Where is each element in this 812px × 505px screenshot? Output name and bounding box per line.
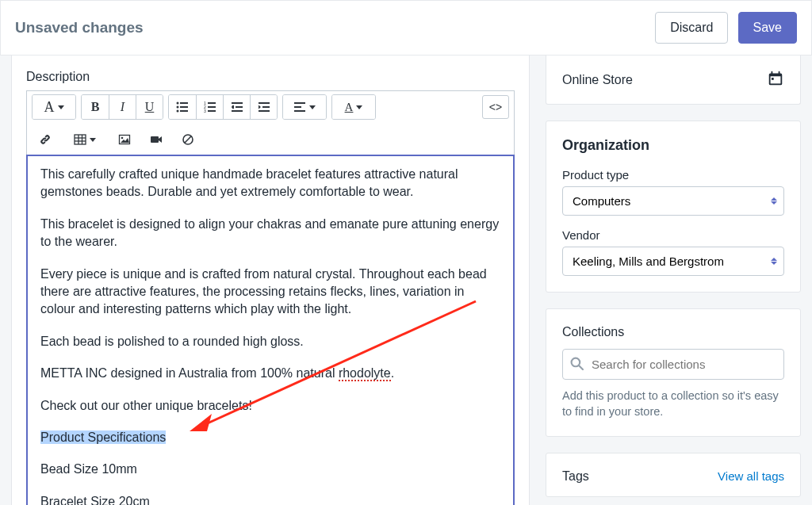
view-all-tags-link[interactable]: View all tags xyxy=(718,469,784,483)
svg-line-46 xyxy=(579,365,583,369)
svg-rect-33 xyxy=(151,136,159,143)
italic-button[interactable]: I xyxy=(109,95,136,119)
rich-text-toolbar: A B I U 123 A xyxy=(26,90,515,155)
paragraph: Every piece is unique and is crafted fro… xyxy=(40,266,500,319)
svg-rect-7 xyxy=(208,102,216,104)
description-label: Description xyxy=(26,70,515,84)
svg-rect-41 xyxy=(772,71,773,75)
svg-rect-13 xyxy=(236,106,243,108)
paragraph: Product Specifications xyxy=(40,429,500,446)
svg-rect-24 xyxy=(294,110,305,112)
svg-rect-18 xyxy=(259,102,270,104)
organization-heading: Organization xyxy=(562,137,784,154)
outdent-button[interactable] xyxy=(223,95,250,119)
paragraph: Bracelet Size 20cm xyxy=(40,493,500,505)
svg-line-36 xyxy=(185,136,191,143)
collections-card: Collections Add this product to a collec… xyxy=(546,308,801,437)
bold-button[interactable]: B xyxy=(82,95,109,119)
organization-card: Organization Product type Vendor xyxy=(546,121,801,293)
paragraph: This carefully crafted unique handmade b… xyxy=(40,166,500,201)
collections-heading: Collections xyxy=(562,325,784,339)
tags-card: Tags View all tags xyxy=(546,453,801,497)
unsaved-changes-title: Unsaved changes xyxy=(15,19,144,36)
video-button[interactable] xyxy=(143,128,170,151)
product-type-label: Product type xyxy=(562,168,784,182)
table-dropdown[interactable] xyxy=(63,128,106,151)
discard-button[interactable]: Discard xyxy=(655,12,728,44)
save-button[interactable]: Save xyxy=(738,12,797,44)
selected-text: Product Specifications xyxy=(40,430,166,444)
numbered-list-button[interactable]: 123 xyxy=(196,95,223,119)
svg-rect-12 xyxy=(232,102,243,104)
paragraph: This bracelet is designed to align your … xyxy=(40,216,500,251)
svg-rect-44 xyxy=(772,78,774,80)
calendar-icon[interactable] xyxy=(767,70,784,90)
header-actions: Discard Save xyxy=(655,12,797,44)
svg-marker-34 xyxy=(159,136,162,143)
collections-help-text: Add this product to a collection so it's… xyxy=(562,388,784,420)
paragraph: METTA INC designed in Australia from 100… xyxy=(40,365,500,382)
alignment-dropdown[interactable] xyxy=(283,95,326,119)
online-store-card: Online Store xyxy=(546,55,801,105)
vendor-label: Vendor xyxy=(562,228,784,242)
svg-point-2 xyxy=(177,106,179,109)
text-color-dropdown[interactable]: A xyxy=(332,95,375,119)
html-view-button[interactable]: <> xyxy=(482,95,509,119)
svg-rect-20 xyxy=(259,110,270,112)
svg-rect-42 xyxy=(779,71,780,75)
paragraph: Check out our other unique bracelets! xyxy=(40,397,500,415)
unsaved-changes-bar: Unsaved changes Discard Save xyxy=(0,0,812,55)
indent-button[interactable] xyxy=(250,95,277,119)
svg-rect-11 xyxy=(208,110,216,112)
svg-point-31 xyxy=(121,137,124,140)
description-card: Description A B I U 123 xyxy=(11,55,530,505)
paragraph: Each bead is polished to a rounded high … xyxy=(40,333,500,350)
vendor-select[interactable] xyxy=(562,247,784,276)
svg-text:3: 3 xyxy=(204,109,206,113)
svg-rect-14 xyxy=(232,110,243,112)
tags-heading: Tags xyxy=(562,469,589,484)
product-type-select[interactable] xyxy=(562,186,784,216)
svg-rect-25 xyxy=(75,135,86,144)
svg-rect-22 xyxy=(294,102,305,104)
search-icon xyxy=(570,357,584,373)
online-store-label: Online Store xyxy=(562,73,633,87)
svg-rect-9 xyxy=(208,106,216,108)
text-color-group: A xyxy=(331,94,376,120)
description-editor[interactable]: This carefully crafted unique handmade b… xyxy=(26,155,515,505)
svg-rect-19 xyxy=(262,106,270,108)
svg-point-0 xyxy=(177,102,179,105)
bullet-list-button[interactable] xyxy=(169,95,196,119)
formatting-dropdown-group: A xyxy=(32,94,76,120)
paragraph: Bead Size 10mm xyxy=(40,461,500,478)
svg-rect-23 xyxy=(294,106,301,108)
image-button[interactable] xyxy=(111,128,138,151)
page-content: Description A B I U 123 xyxy=(0,55,812,505)
svg-rect-1 xyxy=(180,102,188,104)
text-style-group: B I U xyxy=(81,94,163,120)
svg-marker-21 xyxy=(259,105,261,109)
svg-point-4 xyxy=(177,110,179,113)
svg-rect-5 xyxy=(180,110,188,112)
list-indent-group: 123 xyxy=(168,94,278,120)
paragraph-style-dropdown[interactable]: A xyxy=(33,95,75,119)
alignment-group xyxy=(282,94,327,120)
collections-search-input[interactable] xyxy=(562,349,784,380)
right-column: Online Store Organization Product type V… xyxy=(546,55,801,497)
underline-button[interactable]: U xyxy=(136,95,163,119)
clear-formatting-button[interactable] xyxy=(174,128,201,151)
link-button[interactable] xyxy=(32,128,59,151)
svg-rect-3 xyxy=(180,106,188,108)
